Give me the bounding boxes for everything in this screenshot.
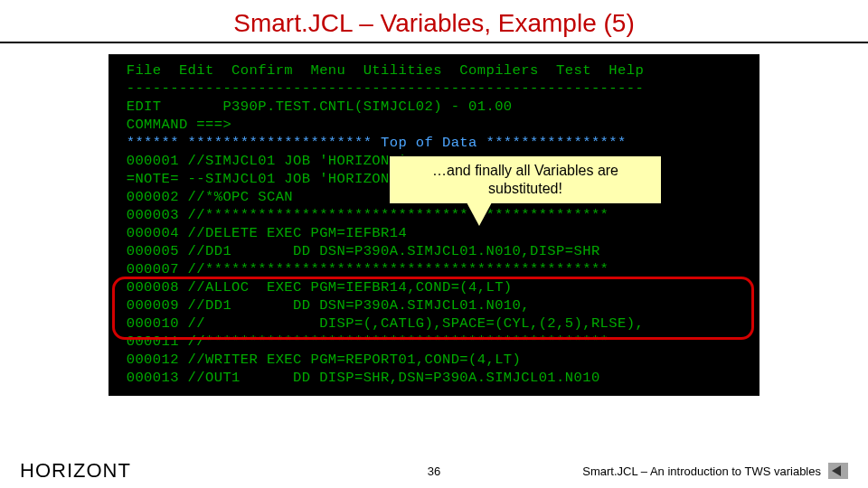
term-row-4: 000004 //DELETE EXEC PGM=IEFBR14 xyxy=(118,224,750,242)
footer-right: Smart.JCL – An introduction to TWS varia… xyxy=(582,463,848,479)
term-row-11: 000011 //*******************************… xyxy=(118,333,750,351)
term-row-3: 000003 //*******************************… xyxy=(118,206,750,224)
slide: Smart.JCL – Variables, Example (5) File … xyxy=(0,0,868,488)
term-row-7: 000007 //*******************************… xyxy=(118,260,750,278)
title-underline xyxy=(0,42,868,43)
callout-bubble: …and finally all Variables are substitut… xyxy=(389,155,662,204)
term-edit-line: EDIT P390P.TEST.CNTL(SIMJCL02) - 01.00 xyxy=(118,98,750,116)
footer: HORIZONT 36 Smart.JCL – An introduction … xyxy=(0,459,868,483)
term-top-text: ****** ********************* Top of Data… xyxy=(118,135,627,151)
slide-title: Smart.JCL – Variables, Example (5) xyxy=(0,0,868,42)
term-menu: File Edit Confirm Menu Utilities Compile… xyxy=(118,61,750,80)
term-cmd-line: COMMAND ===> xyxy=(118,116,750,134)
term-top-of-data: ****** ********************* Top of Data… xyxy=(118,134,750,152)
term-row-8: 000008 //ALLOC EXEC PGM=IEFBR14,COND=(4,… xyxy=(118,278,750,296)
term-row-9: 000009 //DD1 DD DSN=P390A.SIMJCL01.N010, xyxy=(118,296,750,314)
footer-page-number: 36 xyxy=(428,465,440,478)
term-row-5: 000005 //DD1 DD DSN=P390A.SIMJCL01.N010,… xyxy=(118,242,750,260)
term-row-10: 000010 // DISP=(,CATLG),SPACE=(CYL,(2,5)… xyxy=(118,314,750,333)
terminal-panel: File Edit Confirm Menu Utilities Compile… xyxy=(108,54,760,396)
term-row-13: 000013 //OUT1 DD DISP=SHR,DSN=P390A.SIMJ… xyxy=(118,369,750,387)
back-icon[interactable] xyxy=(828,463,848,479)
term-row-12: 000012 //WRITER EXEC PGM=REPORT01,COND=(… xyxy=(118,351,750,369)
footer-right-text: Smart.JCL – An introduction to TWS varia… xyxy=(582,465,821,478)
footer-brand: HORIZONT xyxy=(20,459,131,483)
term-sep: ----------------------------------------… xyxy=(118,80,750,98)
callout-text-2: substituted! xyxy=(399,180,652,198)
callout-tail xyxy=(467,202,492,226)
callout-text-1: …and finally all Variables are xyxy=(399,162,652,180)
